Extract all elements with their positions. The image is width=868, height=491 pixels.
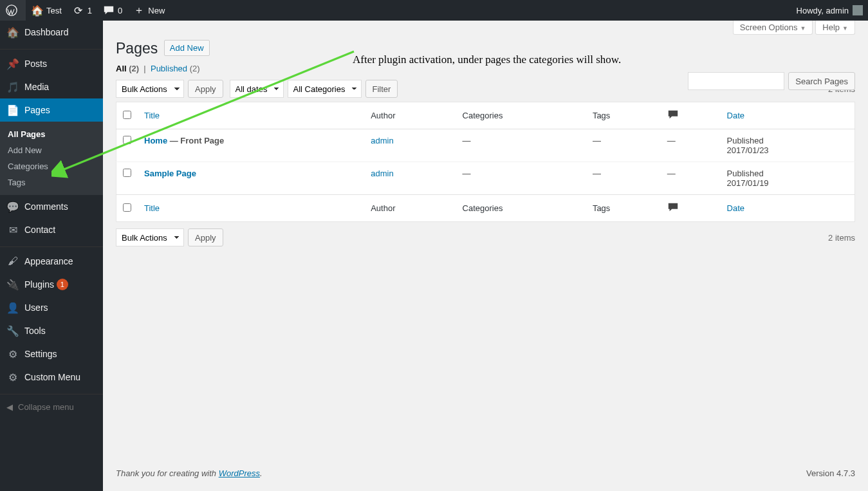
menu-dashboard[interactable]: 🏠Dashboard [0, 21, 103, 44]
comment-icon: 💬 [6, 200, 19, 213]
menu-posts[interactable]: 📌Posts [0, 52, 103, 75]
plus-icon: ＋ [133, 4, 145, 17]
table-row: Home — Front Pageadmin———Published2017/0… [116, 129, 855, 162]
brush-icon: 🖌 [6, 255, 19, 268]
category-filter-select[interactable]: All Categories [288, 80, 362, 98]
envelope-icon: ✉ [6, 223, 19, 236]
menu-separator [0, 244, 103, 247]
user-icon: 👤 [6, 301, 19, 314]
bulk-actions-select-bottom[interactable]: Bulk Actions [116, 228, 184, 246]
menu-separator [0, 46, 103, 50]
wordpress-icon [5, 4, 18, 17]
row-checkbox[interactable] [123, 136, 131, 144]
plug-icon: 🔌 [6, 278, 19, 291]
annotation-text: After plugin activation, under pages the… [353, 53, 621, 66]
sliders-icon: ⚙ [6, 347, 19, 360]
collapse-menu[interactable]: ◀Collapse menu [0, 397, 103, 417]
dashboard-icon: 🏠 [6, 26, 19, 39]
col-author: Author [364, 102, 456, 129]
menu-pages[interactable]: 📄Pages [0, 98, 103, 122]
row-title-link[interactable]: Sample Page [144, 169, 196, 178]
submenu-categories[interactable]: Categories [0, 158, 103, 174]
row-comments: — [661, 129, 721, 162]
submenu-pages: All Pages Add New Categories Tags [0, 122, 103, 195]
select-all-checkbox-foot[interactable] [123, 203, 131, 212]
comment-icon [667, 109, 679, 122]
filter-published[interactable]: Published (2) [151, 64, 200, 73]
col-tags-foot: Tags [586, 195, 661, 222]
screen-meta: Screen Options▼ Help▼ [733, 21, 855, 35]
wordpress-link[interactable]: WordPress [219, 468, 260, 478]
post-state: — Front Page [170, 136, 225, 145]
chevron-down-icon: ▼ [800, 25, 806, 32]
screen-options-button[interactable]: Screen Options▼ [733, 21, 813, 35]
chevron-down-icon: ▼ [842, 25, 848, 32]
gear-icon: ⚙ [6, 371, 19, 384]
pages-table: Title Author Categories Tags Date Home —… [116, 102, 855, 222]
my-account[interactable]: Howdy, admin [791, 0, 868, 21]
row-title-link[interactable]: Home [144, 136, 167, 145]
row-author-link[interactable]: admin [371, 169, 393, 178]
home-icon: 🏠 [31, 4, 44, 17]
col-author-foot: Author [364, 195, 456, 222]
submenu-all-pages[interactable]: All Pages [0, 126, 103, 142]
main-body: Screen Options▼ Help▼ Pages Add New All … [103, 21, 868, 491]
page-title: Pages [116, 27, 158, 61]
menu-separator [0, 391, 103, 394]
menu-contact[interactable]: ✉Contact [0, 218, 103, 241]
col-title-foot[interactable]: Title [144, 203, 160, 213]
wrench-icon: 🔧 [6, 324, 19, 337]
media-icon: 🎵 [6, 80, 19, 93]
row-categories: — [456, 162, 586, 195]
row-tags: — [586, 162, 661, 195]
admin-menu: 🏠Dashboard 📌Posts 🎵Media 📄Pages All Page… [0, 21, 103, 491]
new-content[interactable]: ＋New [127, 0, 170, 21]
row-checkbox[interactable] [123, 169, 131, 177]
col-title[interactable]: Title [144, 111, 160, 120]
menu-comments[interactable]: 💬Comments [0, 195, 103, 218]
col-comments [661, 102, 721, 129]
admin-bar: 🏠Test ⟳1 0 ＋New Howdy, admin [0, 0, 868, 21]
submenu-tags[interactable]: Tags [0, 174, 103, 190]
col-date-foot[interactable]: Date [727, 203, 744, 213]
add-new-button[interactable]: Add New [164, 40, 210, 56]
filter-button[interactable]: Filter [365, 80, 398, 98]
page-icon: 📄 [6, 104, 19, 116]
update-icon: ⟳ [72, 4, 85, 17]
wordpress-logo[interactable] [0, 0, 26, 21]
row-date: Published2017/01/19 [721, 162, 855, 195]
search-pages-button[interactable]: Search Pages [788, 72, 855, 90]
comments-bubble[interactable]: 0 [97, 0, 127, 21]
menu-appearance[interactable]: 🖌Appearance [0, 250, 103, 273]
apply-button[interactable]: Apply [188, 80, 223, 98]
site-name[interactable]: 🏠Test [26, 0, 67, 21]
help-button[interactable]: Help▼ [815, 21, 855, 35]
menu-settings[interactable]: ⚙Settings [0, 342, 103, 366]
select-all-checkbox[interactable] [123, 111, 131, 119]
menu-users[interactable]: 👤Users [0, 296, 103, 319]
row-date: Published2017/01/23 [721, 129, 855, 162]
filter-all[interactable]: All (2) [116, 64, 139, 73]
version: Version 4.7.3 [806, 468, 855, 478]
bulk-actions-select[interactable]: Bulk Actions [116, 80, 184, 98]
comment-icon [667, 201, 679, 215]
submenu-add-new[interactable]: Add New [0, 142, 103, 158]
updates[interactable]: ⟳1 [67, 0, 97, 21]
date-filter-select[interactable]: All dates [230, 80, 284, 98]
col-tags: Tags [586, 102, 661, 129]
menu-media[interactable]: 🎵Media [0, 75, 103, 98]
footer: Thank you for creating with WordPress. V… [103, 462, 868, 491]
row-tags: — [586, 129, 661, 162]
items-count-bottom: 2 items [828, 233, 855, 243]
search-input[interactable] [688, 72, 784, 90]
menu-plugins[interactable]: 🔌Plugins1 [0, 273, 103, 296]
col-categories: Categories [456, 102, 586, 129]
col-date[interactable]: Date [727, 111, 744, 120]
tablenav-bottom: Bulk Actions Apply 2 items [116, 228, 855, 246]
search-box: Search Pages [688, 72, 855, 90]
menu-custom-menu[interactable]: ⚙Custom Menu [0, 366, 103, 389]
apply-button-bottom[interactable]: Apply [188, 228, 223, 246]
plugins-badge: 1 [57, 279, 68, 290]
row-author-link[interactable]: admin [371, 136, 393, 145]
menu-tools[interactable]: 🔧Tools [0, 319, 103, 342]
